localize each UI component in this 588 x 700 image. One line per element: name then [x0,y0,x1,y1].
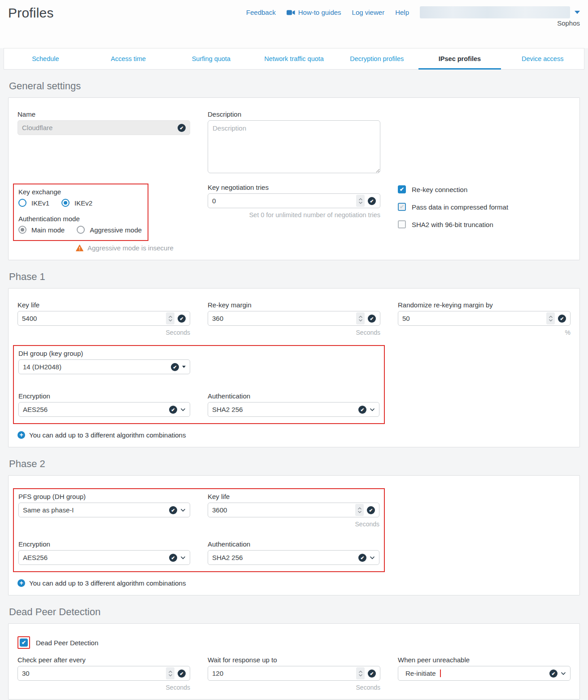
help-link[interactable]: Help [395,9,409,16]
radio-aggressive-mode[interactable] [77,226,85,234]
phase1-combo-note-text: You can add up to 3 different algorithm … [29,431,186,439]
chevron-down-icon [370,556,375,560]
number-stepper-icon[interactable] [166,667,174,679]
key-negotiation-label: Key negotiation tries [208,184,380,191]
key-negotiation-hint: Set 0 for unlimited number of negotiatio… [208,211,380,219]
howto-guides-link[interactable]: How-to guides [287,9,341,16]
rekey-margin-input[interactable]: 360 ✔ [208,311,380,326]
top-nav: Feedback How-to guides Log viewer Help [246,6,580,18]
phase2-authentication-label: Authentication [208,540,379,548]
chevron-down-icon [180,408,186,411]
howto-guides-label: How-to guides [298,9,341,16]
phase2-heading: Phase 2 [9,458,579,470]
check-peer-input[interactable]: 30 ✔ [17,666,190,681]
number-stepper-icon[interactable] [356,667,365,679]
phase2-encryption-label: Encryption [18,540,190,548]
randomize-margin-input[interactable]: 50 ✔ [398,311,571,326]
log-viewer-link[interactable]: Log viewer [352,9,385,16]
phase2-encryption-select[interactable]: AES256 ✔ [18,550,190,565]
phase2-key-life-value: 3600 [212,506,352,514]
checkbox-dead-peer-detection[interactable]: ✔ Dead Peer Detection [17,636,571,649]
when-unreachable-select[interactable]: Re-initiate ✔ [398,666,571,681]
phase2-key-life-input[interactable]: 3600 ✔ [208,503,379,517]
phase2-authentication-select[interactable]: SHA2 256 ✔ [208,550,379,565]
phase1-authentication-value: SHA2 256 [212,406,355,413]
phase2-combo-note: + You can add up to 3 different algorith… [17,579,571,587]
valid-check-icon: ✔ [358,406,366,414]
number-stepper-icon[interactable] [356,312,365,324]
checkbox-unchecked-icon[interactable] [398,220,406,228]
percent-unit: % [398,329,571,336]
radio-ikev2[interactable] [61,199,70,207]
checkbox-pass-compressed[interactable]: ✔ Pass data in compressed format [398,203,571,211]
dh-group-select[interactable]: 14 (DH2048) ✔ [18,359,190,374]
log-viewer-label: Log viewer [352,9,385,16]
seconds-unit: Seconds [17,684,190,691]
seconds-unit: Seconds [208,329,380,336]
pfs-group-select[interactable]: Same as phase-I ✔ [18,503,190,517]
plus-circle-icon[interactable]: + [17,579,25,587]
randomize-margin-label: Randomize re-keying margin by [398,301,571,309]
valid-check-icon: ✔ [368,197,376,205]
phase1-card: Key life 5400 ✔ Seconds Re-key margin 36… [8,288,580,447]
checkbox-checked-icon[interactable]: ✔ [398,185,406,193]
account-menu[interactable] [420,6,570,18]
rekey-connection-label: Re-key connection [412,186,467,193]
feedback-link[interactable]: Feedback [246,9,276,16]
dpd-checkbox-highlight-box: ✔ [17,636,30,649]
tab-device-access[interactable]: Device access [501,48,584,69]
valid-check-icon: ✔ [171,363,179,371]
key-negotiation-input[interactable]: 0 ✔ [208,193,380,208]
radio-main-mode[interactable] [18,226,26,234]
radio-ikev1[interactable] [18,199,26,207]
plus-circle-icon[interactable]: + [17,431,25,439]
phase1-encryption-label: Encryption [18,392,190,400]
checkbox-unchecked-icon[interactable]: ✔ [398,203,406,211]
phase1-key-life-value: 5400 [22,315,163,322]
feedback-label: Feedback [246,9,276,16]
wait-response-value: 120 [212,669,353,677]
tab-network-traffic-quota[interactable]: Network traffic quota [253,48,335,69]
check-peer-value: 30 [22,669,163,677]
dropdown-caret-icon[interactable] [575,11,580,14]
valid-check-icon: ✔ [178,669,186,678]
ikev2-label: IKEv2 [74,199,92,207]
phase1-heading: Phase 1 [9,271,579,283]
phase2-combo-note-text: You can add up to 3 different algorithm … [29,579,186,587]
number-stepper-icon[interactable] [355,504,364,516]
video-camera-icon [287,10,295,15]
chevron-down-icon [180,556,186,560]
tab-access-time[interactable]: Access time [87,48,170,69]
valid-check-icon: ✔ [368,669,376,678]
wait-response-input[interactable]: 120 ✔ [208,666,380,681]
rekey-margin-value: 360 [212,315,353,322]
tab-ipsec-profiles[interactable]: IPsec profiles [418,48,501,69]
key-exchange-radios: IKEv1 IKEv2 [18,199,143,207]
checkbox-checked-icon[interactable]: ✔ [20,639,28,647]
phase2-authentication-value: SHA2 256 [212,554,355,561]
phase1-encryption-select[interactable]: AES256 ✔ [18,402,190,417]
tab-decryption-profiles[interactable]: Decryption profiles [335,48,418,69]
pass-compressed-label: Pass data in compressed format [412,203,508,211]
auth-mode-radios: Main mode Aggressive mode [18,226,143,234]
number-stepper-icon[interactable] [546,312,555,324]
name-label: Name [17,110,190,118]
valid-check-icon: ✔ [169,554,177,562]
tab-schedule[interactable]: Schedule [4,48,87,69]
description-textarea[interactable] [208,120,380,173]
seconds-unit: Seconds [208,684,380,691]
phase1-authentication-select[interactable]: SHA2 256 ✔ [208,402,379,417]
number-stepper-icon[interactable] [356,195,365,207]
phase1-key-life-input[interactable]: 5400 ✔ [17,311,190,326]
unreachable-value-highlight-box: Re-initiate [402,669,441,677]
valid-check-icon: ✔ [169,506,177,514]
randomize-margin-value: 50 [402,315,543,322]
checkbox-sha2-truncation[interactable]: SHA2 with 96-bit truncation [398,220,571,228]
checkbox-rekey-connection[interactable]: ✔ Re-key connection [398,185,571,193]
name-field: Cloudflare ✔ [17,120,190,135]
number-stepper-icon[interactable] [166,312,174,324]
wait-response-label: Wait for response up to [208,656,380,664]
rekey-margin-label: Re-key margin [208,301,380,309]
phase2-algorithms-highlight-box: PFS group (DH group) Same as phase-I ✔ K… [13,488,385,572]
tab-surfing-quota[interactable]: Surfing quota [170,48,253,69]
